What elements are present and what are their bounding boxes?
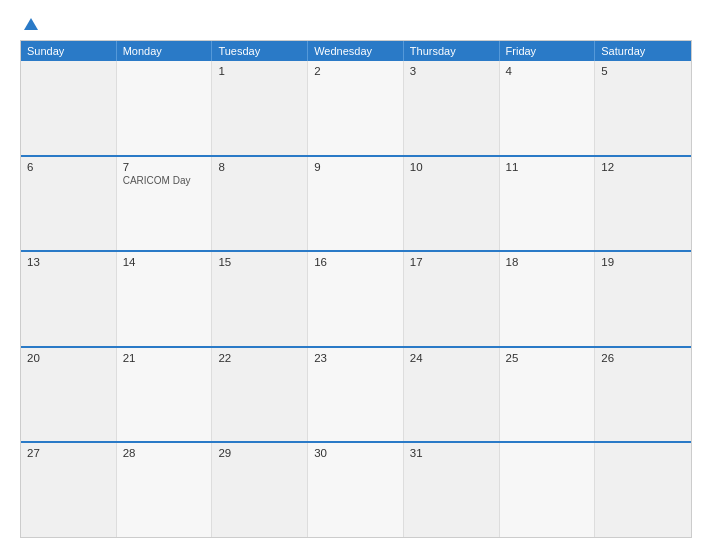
calendar-cell: 9 [308, 157, 404, 251]
calendar-cell: 26 [595, 348, 691, 442]
day-number: 5 [601, 65, 685, 77]
calendar-cell: 3 [404, 61, 500, 155]
day-number: 10 [410, 161, 493, 173]
calendar-cell [500, 443, 596, 537]
day-number: 20 [27, 352, 110, 364]
day-number: 9 [314, 161, 397, 173]
header-day-friday: Friday [500, 41, 596, 61]
day-number: 19 [601, 256, 685, 268]
calendar-cell: 6 [21, 157, 117, 251]
calendar-cell: 24 [404, 348, 500, 442]
day-number: 29 [218, 447, 301, 459]
day-number: 8 [218, 161, 301, 173]
calendar-cell: 2 [308, 61, 404, 155]
day-number: 1 [218, 65, 301, 77]
calendar-cell: 18 [500, 252, 596, 346]
calendar-cell: 22 [212, 348, 308, 442]
calendar-week-3: 13141516171819 [21, 250, 691, 346]
calendar-body: 1234567CARICOM Day8910111213141516171819… [21, 61, 691, 537]
day-number: 24 [410, 352, 493, 364]
calendar-cell: 23 [308, 348, 404, 442]
calendar-cell: 8 [212, 157, 308, 251]
calendar-week-1: 12345 [21, 61, 691, 155]
calendar-cell: 4 [500, 61, 596, 155]
calendar-cell: 27 [21, 443, 117, 537]
header-day-monday: Monday [117, 41, 213, 61]
day-number: 21 [123, 352, 206, 364]
day-number: 7 [123, 161, 206, 173]
calendar-cell: 15 [212, 252, 308, 346]
day-number: 14 [123, 256, 206, 268]
calendar-cell: 13 [21, 252, 117, 346]
calendar-cell: 19 [595, 252, 691, 346]
day-number: 16 [314, 256, 397, 268]
day-number: 23 [314, 352, 397, 364]
header-day-saturday: Saturday [595, 41, 691, 61]
calendar-cell: 25 [500, 348, 596, 442]
calendar-cell: 1 [212, 61, 308, 155]
day-number: 26 [601, 352, 685, 364]
calendar-cell: 17 [404, 252, 500, 346]
day-number: 11 [506, 161, 589, 173]
day-number: 27 [27, 447, 110, 459]
day-number: 18 [506, 256, 589, 268]
day-number: 25 [506, 352, 589, 364]
calendar-cell [595, 443, 691, 537]
calendar-cell: 14 [117, 252, 213, 346]
calendar-week-4: 20212223242526 [21, 346, 691, 442]
day-number: 12 [601, 161, 685, 173]
calendar-cell: 21 [117, 348, 213, 442]
header-day-wednesday: Wednesday [308, 41, 404, 61]
calendar-cell: 12 [595, 157, 691, 251]
calendar-header: SundayMondayTuesdayWednesdayThursdayFrid… [21, 41, 691, 61]
calendar-cell: 28 [117, 443, 213, 537]
day-number: 15 [218, 256, 301, 268]
calendar-cell: 11 [500, 157, 596, 251]
calendar-cell: 31 [404, 443, 500, 537]
logo [20, 18, 38, 30]
calendar-grid: SundayMondayTuesdayWednesdayThursdayFrid… [20, 40, 692, 538]
day-number: 2 [314, 65, 397, 77]
day-number: 30 [314, 447, 397, 459]
day-number: 3 [410, 65, 493, 77]
header-day-sunday: Sunday [21, 41, 117, 61]
logo-triangle-icon [24, 18, 38, 30]
calendar-cell [117, 61, 213, 155]
header-day-tuesday: Tuesday [212, 41, 308, 61]
calendar-cell: 7CARICOM Day [117, 157, 213, 251]
day-number: 28 [123, 447, 206, 459]
calendar-week-5: 2728293031 [21, 441, 691, 537]
calendar-week-2: 67CARICOM Day89101112 [21, 155, 691, 251]
calendar-cell: 30 [308, 443, 404, 537]
day-number: 22 [218, 352, 301, 364]
calendar-cell: 16 [308, 252, 404, 346]
calendar-cell [21, 61, 117, 155]
calendar-cell: 29 [212, 443, 308, 537]
day-number: 17 [410, 256, 493, 268]
day-number: 13 [27, 256, 110, 268]
day-number: 31 [410, 447, 493, 459]
calendar-cell: 20 [21, 348, 117, 442]
calendar-cell: 10 [404, 157, 500, 251]
day-number: 4 [506, 65, 589, 77]
day-number: 6 [27, 161, 110, 173]
header-day-thursday: Thursday [404, 41, 500, 61]
logo-blue-row [20, 18, 38, 30]
event-label: CARICOM Day [123, 175, 206, 186]
calendar-cell: 5 [595, 61, 691, 155]
page-header [20, 18, 692, 30]
calendar-page: SundayMondayTuesdayWednesdayThursdayFrid… [0, 0, 712, 550]
